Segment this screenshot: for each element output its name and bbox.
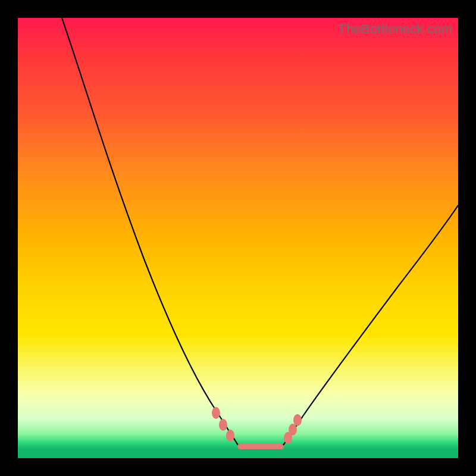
valley-floor-bar bbox=[237, 444, 284, 449]
marker-dot bbox=[293, 414, 302, 426]
curve-right-branch bbox=[283, 205, 458, 445]
marker-dot bbox=[226, 430, 234, 441]
marker-dot bbox=[219, 419, 227, 431]
chart-frame: TheBottleneck.com bbox=[0, 0, 476, 476]
marker-dot bbox=[289, 424, 297, 436]
watermark-text: TheBottleneck.com bbox=[338, 21, 452, 37]
plot-area: TheBottleneck.com bbox=[18, 18, 458, 458]
curve-left-branch bbox=[62, 18, 238, 445]
curve-layer bbox=[18, 18, 458, 458]
marker-dot bbox=[212, 407, 220, 419]
